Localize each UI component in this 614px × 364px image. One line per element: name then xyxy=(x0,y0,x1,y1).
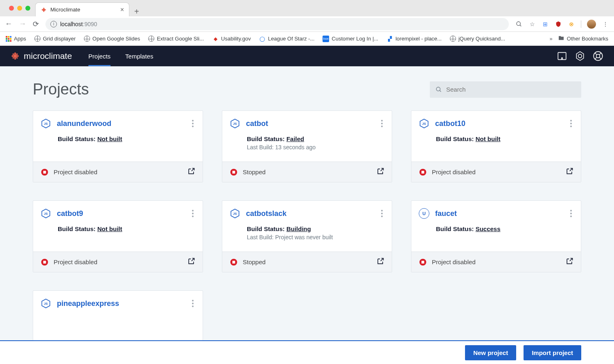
project-type-icon: JS xyxy=(41,118,51,129)
close-tab-button[interactable]: × xyxy=(120,6,124,13)
profile-avatar[interactable] xyxy=(587,20,596,29)
svg-text:JS: JS xyxy=(44,212,47,216)
site-info-icon[interactable]: i xyxy=(50,21,57,27)
run-status-text: Project disabled xyxy=(54,169,97,175)
run-status-text: Project disabled xyxy=(432,169,476,175)
card-header: JS catbotslack xyxy=(222,201,392,221)
project-card: JS catbot9 Build Status: Not built Proje… xyxy=(33,200,203,272)
close-window-button[interactable] xyxy=(9,6,14,11)
globe-icon xyxy=(34,36,41,42)
terminal-icon[interactable] xyxy=(557,51,567,61)
extension-icon[interactable]: ⊗ xyxy=(568,20,575,28)
minimize-window-button[interactable] xyxy=(17,6,22,11)
open-project-button[interactable] xyxy=(376,257,384,267)
url-field[interactable]: i localhost:9090 xyxy=(45,18,509,30)
project-name-link[interactable]: catbotslack xyxy=(246,209,287,218)
bookmark-apps[interactable]: Apps xyxy=(6,36,26,42)
build-status-text: Build Status: Failed xyxy=(247,135,384,142)
svg-point-3 xyxy=(43,11,45,12)
shield-icon[interactable] xyxy=(555,20,562,28)
project-name-link[interactable]: catbot9 xyxy=(57,209,83,218)
open-project-button[interactable] xyxy=(187,257,195,267)
project-name-link[interactable]: faucet xyxy=(435,209,457,218)
brand[interactable]: microclimate xyxy=(11,51,72,61)
card-header: JS catbot xyxy=(222,111,392,131)
zoom-icon[interactable] xyxy=(515,20,523,28)
svg-line-23 xyxy=(595,57,596,59)
svg-rect-42 xyxy=(43,261,46,263)
new-project-button[interactable]: New project xyxy=(465,345,516,360)
settings-icon[interactable] xyxy=(575,51,585,61)
svg-text:JS: JS xyxy=(44,302,47,306)
nav-tabs: Projects Templates xyxy=(88,46,154,66)
project-card: JS catbotslack Build Status: BuildingLas… xyxy=(222,200,392,272)
search-input[interactable] xyxy=(446,86,576,93)
card-body: Build Status: Not built xyxy=(33,131,203,162)
import-project-button[interactable]: Import project xyxy=(524,345,581,360)
stop-status-icon xyxy=(41,168,49,176)
other-bookmarks-button[interactable]: Other Bookmarks xyxy=(558,35,608,43)
svg-point-14 xyxy=(13,57,14,59)
bookmark-item[interactable]: ▞lorempixel - place... xyxy=(386,36,442,42)
card-menu-button[interactable] xyxy=(190,118,195,129)
stop-status-icon xyxy=(419,258,427,266)
overflow-bookmarks-button[interactable]: » xyxy=(550,36,551,42)
svg-point-10 xyxy=(14,58,16,60)
card-menu-button[interactable] xyxy=(569,118,573,129)
browser-tab[interactable]: Microclimate × xyxy=(35,2,129,16)
project-name-link[interactable]: pineappleexpress xyxy=(57,299,119,308)
open-project-button[interactable] xyxy=(565,167,573,177)
nav-tab-templates[interactable]: Templates xyxy=(125,46,153,66)
star-icon[interactable]: ☆ xyxy=(528,20,536,28)
pixel-icon: ▞ xyxy=(386,36,393,42)
forward-button[interactable]: → xyxy=(19,20,26,28)
bookmark-item[interactable]: boxCustomer Log In |... xyxy=(323,36,378,42)
open-project-button[interactable] xyxy=(376,167,384,177)
card-body: Build Status: BuildingLast Build: Projec… xyxy=(222,221,392,252)
menu-icon[interactable]: ⋮ xyxy=(602,20,609,28)
card-menu-button[interactable] xyxy=(569,208,573,219)
bookmark-item[interactable]: ◆Usability.gov xyxy=(212,36,251,42)
svg-point-13 xyxy=(16,57,18,59)
search-box[interactable] xyxy=(430,81,581,98)
svg-point-12 xyxy=(16,54,18,55)
project-name-link[interactable]: catbot xyxy=(246,119,268,128)
card-footer: Project disabled xyxy=(33,252,203,272)
open-project-button[interactable] xyxy=(187,167,195,177)
svg-line-24 xyxy=(599,57,601,59)
card-header: JS catbot10 xyxy=(411,111,581,131)
bookmark-item[interactable]: ◯League Of Starz -... xyxy=(259,36,314,42)
back-button[interactable]: ← xyxy=(5,20,12,28)
bookmark-item[interactable]: Open Google Slides xyxy=(84,36,140,42)
card-menu-button[interactable] xyxy=(379,118,384,129)
card-footer: Stopped xyxy=(222,252,392,272)
maximize-window-button[interactable] xyxy=(25,6,30,11)
project-type-icon: JS xyxy=(41,208,51,219)
translate-icon[interactable]: ⊞ xyxy=(542,20,549,28)
project-card: JS pineappleexpress xyxy=(33,290,203,340)
svg-point-8 xyxy=(14,52,16,54)
header-actions xyxy=(557,51,603,61)
reload-button[interactable]: ⟳ xyxy=(33,20,39,29)
project-name-link[interactable]: catbot10 xyxy=(435,119,465,128)
card-menu-button[interactable] xyxy=(379,208,384,219)
new-tab-button[interactable]: + xyxy=(129,7,144,16)
help-icon[interactable] xyxy=(593,51,603,61)
card-body: Build Status: FailedLast Build: 13 secon… xyxy=(222,131,392,162)
nav-tab-projects[interactable]: Projects xyxy=(88,46,111,66)
last-build-text: Last Build: Project was never built xyxy=(247,234,384,240)
card-menu-button[interactable] xyxy=(190,208,195,219)
run-status-text: Project disabled xyxy=(54,258,97,265)
bookmark-item[interactable]: Grid displayer xyxy=(34,36,76,42)
favicon-icon xyxy=(41,7,47,13)
card-menu-button[interactable] xyxy=(190,298,195,309)
bookmarks-bar: Apps Grid displayer Open Google Slides E… xyxy=(0,32,614,46)
page-head: Projects xyxy=(33,81,581,98)
svg-marker-17 xyxy=(576,52,583,61)
bookmark-item[interactable]: Extract Google Sli... xyxy=(148,36,204,42)
project-name-link[interactable]: alanunderwood xyxy=(57,119,111,128)
project-type-icon: JS xyxy=(230,208,240,219)
svg-point-9 xyxy=(17,55,19,57)
open-project-button[interactable] xyxy=(565,257,573,267)
bookmark-item[interactable]: jQuery Quicksand... xyxy=(450,36,505,42)
